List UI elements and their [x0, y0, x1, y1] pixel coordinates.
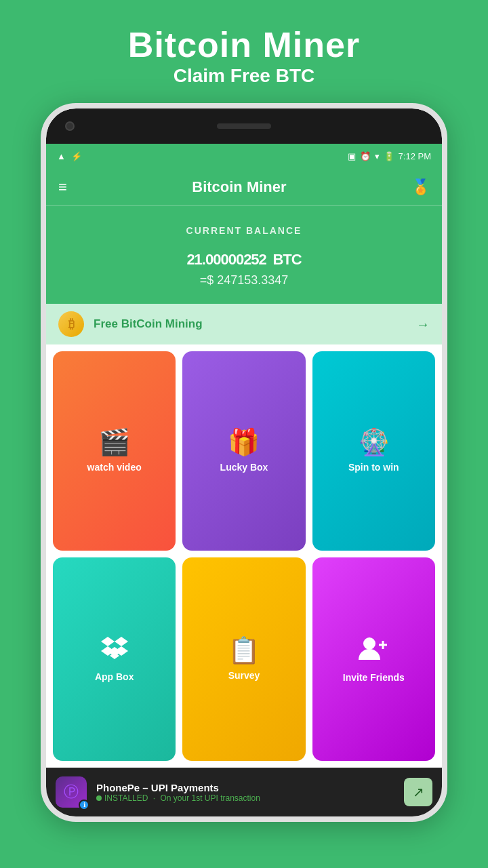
watch-video-icon: 🎬	[98, 429, 130, 455]
app-bar: ≡ Bitcoin Miner 🏅	[46, 168, 442, 206]
survey-label: Survey	[228, 670, 260, 681]
watch-video-label: watch video	[87, 462, 142, 473]
balance-usd: =$ 247153.3347	[46, 273, 442, 288]
mining-banner-text: Free BitCoin Mining	[94, 317, 407, 331]
spin-to-win-button[interactable]: 🎡 Spin to win	[312, 351, 435, 551]
balance-amount: 21.00000252 BTC	[46, 241, 442, 271]
lucky-box-button[interactable]: 🎁 Lucky Box	[182, 351, 305, 551]
survey-icon: 📋	[228, 637, 260, 663]
svg-point-6	[363, 637, 375, 650]
app-bar-title: Bitcoin Miner	[192, 178, 286, 196]
ad-title: PhonePe – UPI Payments	[96, 782, 394, 793]
app-box-label: App Box	[95, 671, 134, 682]
ad-banner: Ⓟ ℹ PhonePe – UPI Payments INSTALLED · O…	[46, 768, 442, 816]
ad-action-icon: ↗	[413, 784, 424, 800]
page-title: Bitcoin Miner	[128, 24, 360, 65]
balance-label: Current Balance	[46, 225, 442, 236]
mining-banner[interactable]: ₿ Free BitCoin Mining →	[46, 304, 442, 344]
app-box-button[interactable]: App Box	[53, 557, 176, 761]
balance-section: Current Balance 21.00000252 BTC =$ 24715…	[46, 206, 442, 304]
alarm-icon: ⏰	[360, 151, 371, 161]
lucky-box-icon: 🎁	[228, 429, 260, 455]
ad-status: INSTALLED	[104, 793, 148, 803]
phone-top-bar	[46, 108, 442, 144]
survey-button[interactable]: 📋 Survey	[182, 557, 305, 761]
invite-friends-button[interactable]: Invite Friends	[312, 557, 435, 761]
status-bar: ▲ ⚡ ▣ ⏰ ▾ 🔋 7:12 PM	[46, 144, 442, 168]
time-display: 7:12 PM	[399, 151, 431, 161]
phone-speaker	[217, 123, 271, 129]
balance-number: 21.00000252	[186, 251, 266, 268]
phone-frame: ▲ ⚡ ▣ ⏰ ▾ 🔋 7:12 PM ≡ Bitcoin Miner 🏅 Cu…	[41, 103, 447, 822]
ad-badge: ℹ	[79, 800, 89, 810]
invite-friends-icon	[359, 635, 388, 665]
svg-marker-1	[115, 637, 128, 646]
page-header: Bitcoin Miner Claim Free BTC	[128, 0, 360, 103]
invite-friends-label: Invite Friends	[343, 672, 405, 683]
ad-subtitle: INSTALLED · On your 1st UPI transaction	[96, 793, 394, 803]
status-right: ▣ ⏰ ▾ 🔋 7:12 PM	[348, 151, 431, 161]
ad-action-button[interactable]: ↗	[404, 778, 432, 806]
usb-icon: ⚡	[71, 151, 82, 161]
page-subtitle: Claim Free BTC	[128, 65, 360, 87]
hamburger-menu-icon[interactable]: ≡	[58, 178, 67, 196]
watch-video-button[interactable]: 🎬 watch video	[53, 351, 176, 551]
app-box-icon	[101, 637, 128, 665]
status-left: ▲ ⚡	[57, 151, 82, 161]
signal-icon: ▲	[57, 151, 66, 161]
ad-app-icon: Ⓟ ℹ	[56, 776, 87, 808]
battery-icon: 🔋	[384, 151, 394, 161]
mining-banner-arrow: →	[416, 317, 430, 332]
svg-marker-0	[101, 637, 115, 646]
ad-text-container: PhonePe – UPI Payments INSTALLED · On yo…	[96, 782, 394, 803]
award-icon[interactable]: 🏅	[411, 178, 430, 196]
actions-grid: 🎬 watch video 🎁 Lucky Box 🎡 Spin to win …	[46, 344, 442, 768]
balance-currency: BTC	[272, 251, 301, 268]
lucky-box-label: Lucky Box	[220, 462, 268, 473]
spin-to-win-icon: 🎡	[358, 429, 390, 455]
wifi-icon: ▾	[375, 151, 380, 161]
phone-camera	[65, 121, 75, 131]
spin-to-win-label: Spin to win	[348, 462, 399, 473]
installed-dot	[96, 795, 102, 801]
bitcoin-coin-icon: ₿	[58, 311, 84, 337]
ad-subtitle-text: On your 1st UPI transaction	[160, 793, 260, 803]
sim-icon: ▣	[348, 151, 356, 161]
